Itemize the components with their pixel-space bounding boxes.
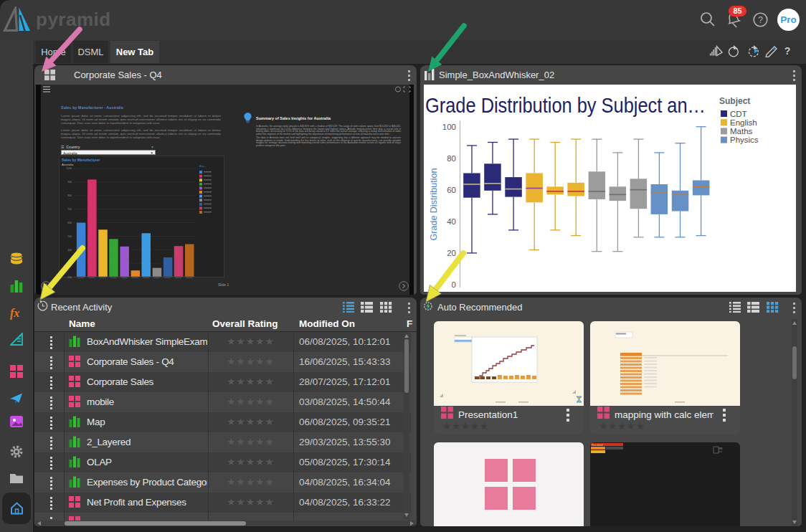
svg-text:CDT: CDT [730,110,747,118]
svg-text:100: 100 [442,123,456,131]
svg-text:40: 40 [447,217,456,226]
svg-text:100: 100 [719,447,723,450]
svg-text:20k: 20k [67,276,72,279]
svg-text:60: 60 [447,186,456,194]
svg-text:60k: 60k [67,222,72,224]
svg-text:Physics: Physics [730,136,759,144]
svg-text:80: 80 [447,154,456,163]
svg-text:English: English [730,118,757,127]
svg-text:Grade Distribution: Grade Distribution [429,168,439,241]
svg-text:80k: 80k [67,194,72,197]
svg-text:?: ? [784,45,791,57]
svg-text:Bra...: Bra... [199,164,207,168]
svg-text:30k: 30k [67,262,72,265]
svg-text:Res detail: Res detail [592,444,603,447]
svg-text:Maths: Maths [730,127,753,136]
svg-text:Subject: Subject [719,96,750,106]
svg-text:?: ? [758,15,763,25]
svg-text:20: 20 [447,249,456,257]
svg-text:0: 0 [452,280,456,289]
svg-text:90k: 90k [67,181,72,184]
svg-text:50k: 50k [67,235,72,238]
svg-text:70k: 70k [67,208,72,211]
svg-text:100k: 100k [66,167,72,170]
svg-text:40k: 40k [67,249,72,252]
svg-text:Grade Distribution by Subject: Grade Distribution by Subject an… [425,93,706,117]
